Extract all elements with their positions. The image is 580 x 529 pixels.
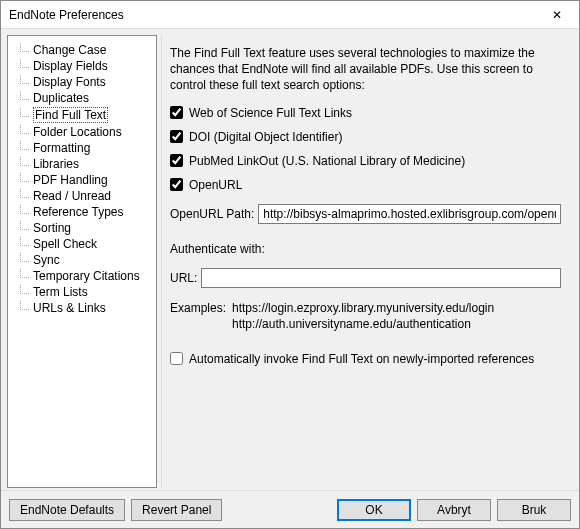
openurl-path-input[interactable] bbox=[258, 204, 561, 224]
check-doi-input[interactable] bbox=[170, 130, 183, 143]
dialog-body: Change Case Display Fields Display Fonts… bbox=[1, 29, 579, 490]
endnote-defaults-button[interactable]: EndNote Defaults bbox=[9, 499, 125, 521]
auth-url-input[interactable] bbox=[201, 268, 561, 288]
category-tree[interactable]: Change Case Display Fields Display Fonts… bbox=[7, 35, 157, 488]
examples-block: Examples: https://login.ezproxy.library.… bbox=[170, 300, 561, 332]
check-pubmed[interactable]: PubMed LinkOut (U.S. National Library of… bbox=[170, 154, 561, 168]
example-line-1: https://login.ezproxy.library.myuniversi… bbox=[232, 300, 494, 316]
check-openurl-label: OpenURL bbox=[189, 178, 242, 192]
tree-item-temporary-citations[interactable]: Temporary Citations bbox=[12, 268, 154, 284]
authenticate-label: Authenticate with: bbox=[170, 242, 561, 256]
check-pubmed-label: PubMed LinkOut (U.S. National Library of… bbox=[189, 154, 465, 168]
settings-panel: The Find Full Text feature uses several … bbox=[161, 35, 573, 488]
tree-item-folder-locations[interactable]: Folder Locations bbox=[12, 124, 154, 140]
example-line-2: http://auth.universityname.edu/authentic… bbox=[232, 316, 494, 332]
auth-url-label: URL: bbox=[170, 271, 197, 285]
dialog-footer: EndNote Defaults Revert Panel OK Avbryt … bbox=[1, 490, 579, 528]
check-doi-label: DOI (Digital Object Identifier) bbox=[189, 130, 342, 144]
tree-item-duplicates[interactable]: Duplicates bbox=[12, 90, 154, 106]
examples-label: Examples: bbox=[170, 300, 226, 332]
openurl-path-label: OpenURL Path: bbox=[170, 207, 254, 221]
panel-description: The Find Full Text feature uses several … bbox=[170, 45, 561, 94]
check-openurl[interactable]: OpenURL bbox=[170, 178, 561, 192]
check-wos[interactable]: Web of Science Full Text Links bbox=[170, 106, 561, 120]
close-icon: ✕ bbox=[552, 8, 562, 22]
tree-item-sorting[interactable]: Sorting bbox=[12, 220, 154, 236]
check-doi[interactable]: DOI (Digital Object Identifier) bbox=[170, 130, 561, 144]
tree-item-display-fonts[interactable]: Display Fonts bbox=[12, 74, 154, 90]
cancel-button[interactable]: Avbryt bbox=[417, 499, 491, 521]
tree-item-find-full-text[interactable]: Find Full Text bbox=[12, 106, 154, 124]
titlebar: EndNote Preferences ✕ bbox=[1, 1, 579, 29]
tree-item-formatting[interactable]: Formatting bbox=[12, 140, 154, 156]
tree-item-read-unread[interactable]: Read / Unread bbox=[12, 188, 154, 204]
check-auto-invoke-label: Automatically invoke Find Full Text on n… bbox=[189, 352, 534, 366]
apply-button[interactable]: Bruk bbox=[497, 499, 571, 521]
revert-panel-button[interactable]: Revert Panel bbox=[131, 499, 222, 521]
ok-button[interactable]: OK bbox=[337, 499, 411, 521]
preferences-window: EndNote Preferences ✕ Change Case Displa… bbox=[0, 0, 580, 529]
check-auto-invoke[interactable]: Automatically invoke Find Full Text on n… bbox=[170, 352, 561, 366]
check-auto-invoke-input[interactable] bbox=[170, 352, 183, 365]
openurl-path-row: OpenURL Path: bbox=[170, 204, 561, 224]
tree-item-pdf-handling[interactable]: PDF Handling bbox=[12, 172, 154, 188]
tree-item-term-lists[interactable]: Term Lists bbox=[12, 284, 154, 300]
check-openurl-input[interactable] bbox=[170, 178, 183, 191]
tree-item-urls-links[interactable]: URLs & Links bbox=[12, 300, 154, 316]
close-button[interactable]: ✕ bbox=[534, 1, 579, 29]
tree-item-libraries[interactable]: Libraries bbox=[12, 156, 154, 172]
check-wos-input[interactable] bbox=[170, 106, 183, 119]
tree-item-display-fields[interactable]: Display Fields bbox=[12, 58, 154, 74]
tree-item-reference-types[interactable]: Reference Types bbox=[12, 204, 154, 220]
check-pubmed-input[interactable] bbox=[170, 154, 183, 167]
tree-item-change-case[interactable]: Change Case bbox=[12, 42, 154, 58]
check-wos-label: Web of Science Full Text Links bbox=[189, 106, 352, 120]
tree-item-sync[interactable]: Sync bbox=[12, 252, 154, 268]
auth-url-row: URL: bbox=[170, 268, 561, 288]
window-title: EndNote Preferences bbox=[9, 8, 124, 22]
tree-item-spell-check[interactable]: Spell Check bbox=[12, 236, 154, 252]
